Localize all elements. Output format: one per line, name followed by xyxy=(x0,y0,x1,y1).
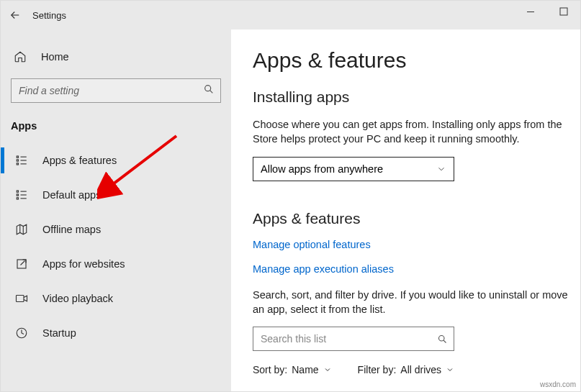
filter-by-label: Filter by: xyxy=(358,364,397,375)
search-apps-input[interactable]: Search this list xyxy=(253,327,454,351)
sidebar-item-apps-websites[interactable]: Apps for websites xyxy=(1,247,231,281)
svg-point-2 xyxy=(205,86,211,91)
svg-rect-6 xyxy=(17,191,18,192)
section-apps-features-title: Apps & features xyxy=(253,210,569,227)
sidebar-item-label: Home xyxy=(41,51,69,63)
minimize-button[interactable] xyxy=(514,1,547,22)
svg-rect-0 xyxy=(527,12,534,12)
sidebar-item-default-apps[interactable]: Default apps xyxy=(1,178,231,212)
search-settings-input[interactable] xyxy=(11,78,221,103)
video-icon xyxy=(14,292,30,305)
apps-list-description: Search, sort, and filter by drive. If yo… xyxy=(253,288,569,317)
svg-rect-10 xyxy=(17,296,24,302)
list-icon xyxy=(14,154,30,167)
sort-by-value: Name xyxy=(292,364,318,375)
svg-rect-1 xyxy=(560,8,567,15)
svg-rect-4 xyxy=(17,160,18,161)
sidebar-item-label: Startup xyxy=(42,327,76,339)
page-title: Apps & features xyxy=(253,48,569,73)
back-button[interactable] xyxy=(1,1,30,29)
maximize-icon xyxy=(559,7,568,16)
sidebar-item-label: Default apps xyxy=(42,189,101,201)
map-icon xyxy=(14,223,30,236)
filter-by-control[interactable]: Filter by: All drives xyxy=(358,364,454,375)
maximize-button[interactable] xyxy=(547,1,580,22)
install-source-dropdown[interactable]: Allow apps from anywhere xyxy=(253,157,454,181)
svg-point-12 xyxy=(439,335,445,341)
svg-rect-7 xyxy=(17,194,18,196)
link-manage-optional-features[interactable]: Manage optional features xyxy=(253,239,569,250)
search-icon xyxy=(437,334,448,345)
sidebar-item-label: Apps & features xyxy=(42,155,117,166)
search-settings-field[interactable] xyxy=(12,85,220,96)
minimize-icon xyxy=(526,7,535,16)
chevron-down-icon xyxy=(436,164,446,174)
svg-rect-3 xyxy=(17,156,18,158)
svg-rect-5 xyxy=(17,163,18,165)
sidebar-section-title: Apps xyxy=(1,114,231,143)
window-title: Settings xyxy=(32,10,66,21)
sidebar-item-apps-features[interactable]: Apps & features xyxy=(1,143,231,178)
back-arrow-icon xyxy=(9,9,22,22)
sort-by-control[interactable]: Sort by: Name xyxy=(253,364,332,375)
sidebar-item-video-playback[interactable]: Video playback xyxy=(1,281,231,316)
chevron-down-icon xyxy=(323,365,332,374)
defaults-icon xyxy=(14,188,30,201)
svg-rect-8 xyxy=(17,198,18,199)
link-manage-execution-aliases[interactable]: Manage app execution aliases xyxy=(253,263,569,275)
sidebar-item-label: Apps for websites xyxy=(42,258,125,270)
chevron-down-icon xyxy=(446,365,454,374)
sidebar-item-startup[interactable]: Startup xyxy=(1,316,231,350)
sidebar-item-home[interactable]: Home xyxy=(1,42,231,71)
open-external-icon xyxy=(14,257,30,270)
search-icon xyxy=(203,83,215,95)
sidebar-item-label: Video playback xyxy=(42,293,113,304)
search-apps-placeholder: Search this list xyxy=(261,333,326,345)
section-installing-title: Installing apps xyxy=(253,88,569,106)
home-icon xyxy=(12,50,28,63)
installing-description: Choose where you can get apps from. Inst… xyxy=(253,117,569,147)
startup-icon xyxy=(14,327,30,339)
content-pane: Apps & features Installing apps Choose w… xyxy=(231,29,580,391)
dropdown-value: Allow apps from anywhere xyxy=(261,163,383,175)
sidebar-item-offline-maps[interactable]: Offline maps xyxy=(1,212,231,247)
filter-by-value: All drives xyxy=(400,364,441,375)
sidebar-item-label: Offline maps xyxy=(42,224,101,235)
sidebar: Home Apps Apps & features Default apps O… xyxy=(1,29,231,391)
sort-by-label: Sort by: xyxy=(253,364,287,375)
watermark: wsxdn.com xyxy=(540,380,576,388)
